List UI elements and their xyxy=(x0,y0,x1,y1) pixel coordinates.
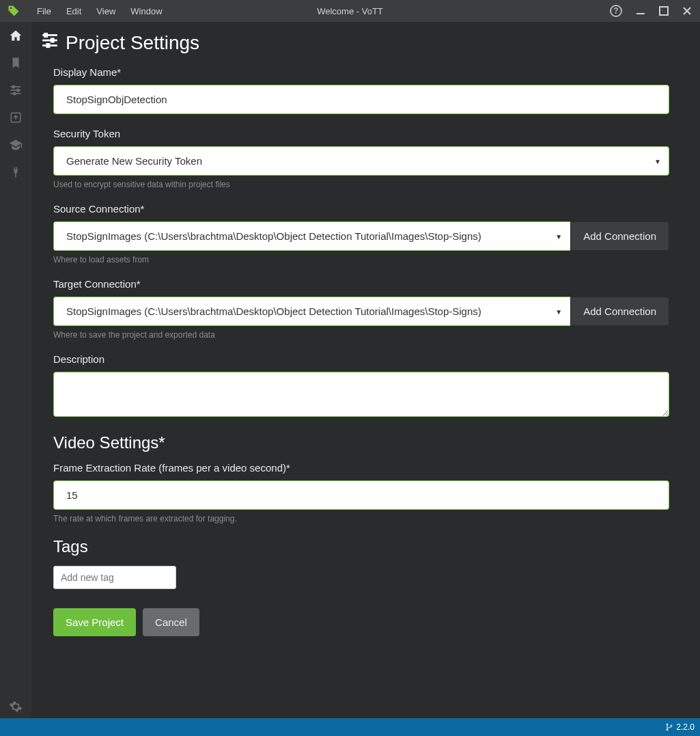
maximize-icon[interactable] xyxy=(659,6,669,16)
svg-point-18 xyxy=(671,725,672,726)
sidebar-bookmark-icon[interactable] xyxy=(9,56,23,70)
menu-file[interactable]: File xyxy=(37,6,51,16)
content-area: Project Settings Display Name* Security … xyxy=(31,22,700,718)
minimize-icon[interactable] xyxy=(636,6,645,16)
svg-point-8 xyxy=(14,92,16,94)
close-icon[interactable] xyxy=(682,6,692,16)
video-settings-heading: Video Settings* xyxy=(53,433,669,452)
svg-rect-15 xyxy=(47,44,49,46)
cancel-button[interactable]: Cancel xyxy=(143,608,199,636)
security-token-select[interactable]: Generate New Security Token xyxy=(53,146,669,176)
window-title: Welcome - VoTT xyxy=(317,6,383,16)
svg-rect-13 xyxy=(44,33,46,36)
titlebar: File Edit View Window Welcome - VoTT ? xyxy=(0,0,700,22)
display-name-input[interactable] xyxy=(53,85,669,114)
menu-view[interactable]: View xyxy=(96,6,115,16)
security-token-label: Security Token xyxy=(53,128,669,139)
description-textarea[interactable] xyxy=(53,372,669,417)
sidebar-sliders-icon[interactable] xyxy=(9,83,23,97)
source-connection-label: Source Connection* xyxy=(53,203,669,215)
target-connection-help: Where to save the project and exported d… xyxy=(53,330,669,340)
menu-bar: File Edit View Window xyxy=(27,6,163,16)
app-logo-icon xyxy=(0,5,27,17)
svg-point-17 xyxy=(667,729,668,731)
sidebar xyxy=(0,22,31,718)
source-connection-select[interactable]: StopSignImages (C:\Users\brachtma\Deskto… xyxy=(53,221,570,251)
svg-rect-14 xyxy=(51,39,53,42)
target-connection-label: Target Connection* xyxy=(53,278,669,290)
description-label: Description xyxy=(53,353,669,365)
svg-rect-2 xyxy=(660,7,668,15)
svg-point-16 xyxy=(667,724,668,725)
target-add-connection-button[interactable]: Add Connection xyxy=(570,297,669,326)
statusbar: 2.2.0 xyxy=(0,718,700,736)
sidebar-plug-icon[interactable] xyxy=(9,165,23,179)
sidebar-settings-icon[interactable] xyxy=(9,705,23,718)
target-connection-select[interactable]: StopSignImages (C:\Users\brachtma\Deskto… xyxy=(53,297,570,326)
git-branch-icon xyxy=(665,723,673,731)
source-add-connection-button[interactable]: Add Connection xyxy=(570,221,669,251)
menu-window[interactable]: Window xyxy=(130,6,162,16)
help-icon[interactable]: ? xyxy=(610,5,622,17)
svg-point-6 xyxy=(12,85,14,87)
frame-rate-input[interactable] xyxy=(53,480,669,510)
source-connection-help: Where to load assets from xyxy=(53,255,669,264)
frame-rate-help: The rate at which frames are extracted f… xyxy=(53,514,669,523)
page-title: Project Settings xyxy=(41,31,680,54)
sidebar-home-icon[interactable] xyxy=(9,29,23,42)
menu-edit[interactable]: Edit xyxy=(66,6,81,16)
save-project-button[interactable]: Save Project xyxy=(53,608,136,636)
sidebar-graduation-icon[interactable] xyxy=(9,138,23,152)
frame-rate-label: Frame Extraction Rate (frames per a vide… xyxy=(53,462,669,474)
svg-point-7 xyxy=(17,89,19,91)
display-name-label: Display Name* xyxy=(53,66,669,78)
sliders-icon xyxy=(41,31,59,54)
security-token-help: Used to encrypt sensitive data within pr… xyxy=(53,180,669,189)
add-tag-input[interactable] xyxy=(53,566,176,589)
tags-heading: Tags xyxy=(53,537,669,556)
svg-rect-1 xyxy=(636,13,645,14)
version-label[interactable]: 2.2.0 xyxy=(665,722,695,732)
sidebar-export-icon[interactable] xyxy=(9,111,23,124)
svg-point-0 xyxy=(10,8,12,9)
